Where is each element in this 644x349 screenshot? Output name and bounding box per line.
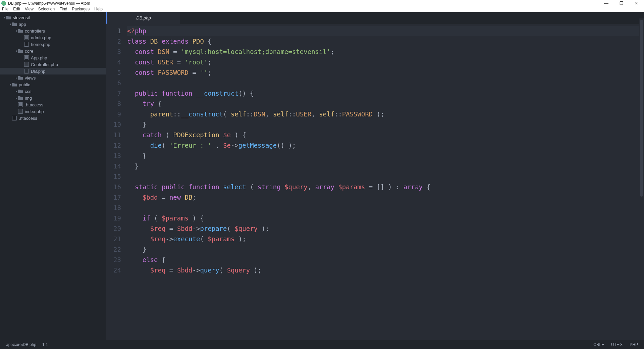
code-line[interactable]: static public function select ( string $…: [127, 182, 644, 192]
folder-icon: [18, 29, 23, 33]
code-line[interactable]: }: [127, 161, 644, 171]
file-icon: [12, 116, 17, 120]
code-editor[interactable]: 123456789101112131415161718192021222324 …: [106, 24, 644, 340]
code-line[interactable]: <?php: [127, 26, 644, 36]
code-line[interactable]: }: [127, 119, 644, 130]
chevron-right-icon[interactable]: ▸: [15, 96, 18, 100]
chevron-right-icon[interactable]: ▸: [15, 90, 18, 93]
menu-view[interactable]: View: [25, 7, 34, 11]
menu-find[interactable]: Find: [59, 7, 67, 11]
file-icon: [24, 62, 29, 67]
code-line[interactable]: catch ( PDOException $e ) {: [127, 130, 644, 140]
code-line[interactable]: $bdd = new DB;: [127, 192, 644, 203]
tree-file-Controller-php[interactable]: Controller.php: [0, 61, 106, 68]
tree-item-label: core: [25, 49, 33, 54]
tree-item-label: stevensil: [13, 15, 30, 20]
file-icon: [24, 55, 29, 60]
menu-edit[interactable]: Edit: [13, 7, 20, 11]
tree-file-home-php[interactable]: home.php: [0, 41, 106, 48]
code-line[interactable]: $req->execute( $params );: [127, 234, 644, 244]
tree-folder-core[interactable]: ▾core: [0, 48, 106, 54]
scrollbar-thumb[interactable]: [640, 20, 643, 197]
chevron-down-icon[interactable]: ▾: [9, 22, 12, 26]
folder-icon: [18, 96, 23, 100]
chevron-down-icon[interactable]: ▾: [15, 29, 18, 33]
editor-pane: DB.php 123456789101112131415161718192021…: [106, 12, 644, 340]
menu-packages[interactable]: Packages: [72, 7, 90, 11]
code-line[interactable]: $req = $bdd->prepare( $query );: [127, 223, 644, 234]
tree-item-label: .htaccess: [25, 102, 43, 107]
status-language[interactable]: PHP: [630, 342, 638, 347]
tree-file--htaccess[interactable]: .htaccess: [0, 115, 106, 121]
chevron-right-icon[interactable]: ▸: [15, 76, 18, 80]
editor-scrollbar[interactable]: [639, 18, 644, 340]
code-line[interactable]: const DSN = 'mysql:host=localhost;dbname…: [127, 47, 644, 57]
tree-folder-controllers[interactable]: ▾controllers: [0, 28, 106, 34]
code-line[interactable]: $req = $bdd->query( $query );: [127, 265, 644, 276]
menu-selection[interactable]: Selection: [38, 7, 55, 11]
code-line[interactable]: [127, 78, 644, 88]
tree-folder-css[interactable]: ▸css: [0, 88, 106, 95]
tree-folder-app[interactable]: ▾app: [0, 21, 106, 28]
code-line[interactable]: const PASSWORD = '';: [127, 67, 644, 78]
tab-bar[interactable]: DB.php: [106, 12, 644, 24]
line-number: 9: [106, 109, 121, 119]
tree-item-label: views: [25, 76, 36, 81]
tree-folder-public[interactable]: ▾public: [0, 81, 106, 88]
code-line[interactable]: class DB extends PDO {: [127, 36, 644, 47]
folder-icon: [18, 76, 23, 80]
chevron-down-icon[interactable]: ▾: [9, 83, 12, 86]
tree-folder-views[interactable]: ▸views: [0, 74, 106, 81]
maximize-button[interactable]: ❐: [614, 1, 629, 6]
menu-file[interactable]: File: [2, 7, 8, 11]
minimize-button[interactable]: —: [599, 1, 614, 6]
status-bar: app\core\DB.php 1:1 CRLF UTF-8 PHP: [0, 340, 644, 349]
close-button[interactable]: ✕: [629, 1, 644, 6]
project-tree[interactable]: ▾stevensil▾app▾controllersadmin.phphome.…: [0, 12, 106, 340]
status-cursor-pos[interactable]: 1:1: [42, 342, 48, 347]
status-line-ending[interactable]: CRLF: [593, 342, 604, 347]
line-gutter: 123456789101112131415161718192021222324: [106, 24, 127, 340]
line-number: 18: [106, 203, 121, 213]
menu-help[interactable]: Help: [94, 7, 103, 11]
tree-folder-img[interactable]: ▸img: [0, 95, 106, 101]
tree-item-label: css: [25, 89, 32, 94]
tree-item-label: index.php: [25, 109, 44, 114]
window-titlebar: DB.php — C:\wamp64\www\stevensil — Atom …: [0, 0, 644, 6]
tree-file-index-php[interactable]: index.php: [0, 108, 106, 115]
code-line[interactable]: }: [127, 244, 644, 255]
tree-item-label: public: [19, 82, 30, 87]
tree-file-App-php[interactable]: App.php: [0, 54, 106, 61]
status-file-path[interactable]: app\core\DB.php: [6, 342, 36, 347]
line-number: 10: [106, 119, 121, 130]
tree-file-DB-php[interactable]: DB.php: [0, 68, 106, 74]
chevron-down-icon[interactable]: ▾: [3, 16, 6, 19]
code-line[interactable]: if ( $params ) {: [127, 213, 644, 223]
code-line[interactable]: else {: [127, 255, 644, 265]
tree-item-label: Controller.php: [31, 62, 58, 67]
code-line[interactable]: [127, 171, 644, 182]
code-line[interactable]: }: [127, 151, 644, 161]
code-line[interactable]: parent::__construct( self::DSN, self::US…: [127, 109, 644, 119]
tree-file--htaccess[interactable]: .htaccess: [0, 101, 106, 108]
status-encoding[interactable]: UTF-8: [611, 342, 623, 347]
chevron-down-icon[interactable]: ▾: [15, 49, 18, 53]
tree-file-admin-php[interactable]: admin.php: [0, 34, 106, 41]
code-line[interactable]: [127, 203, 644, 213]
line-number: 4: [106, 57, 121, 67]
tree-folder-stevensil[interactable]: ▾stevensil: [0, 14, 106, 21]
line-number: 16: [106, 182, 121, 192]
tab-db-php[interactable]: DB.php: [106, 12, 180, 24]
tree-item-label: app: [19, 22, 26, 27]
code-content[interactable]: <?phpclass DB extends PDO { const DSN = …: [127, 24, 644, 340]
window-title: DB.php — C:\wamp64\www\stevensil — Atom: [8, 1, 90, 6]
folder-icon: [18, 49, 23, 53]
line-number: 7: [106, 88, 121, 99]
code-line[interactable]: try {: [127, 99, 644, 109]
code-line[interactable]: die( 'Erreur : ' . $e->getMessage() );: [127, 140, 644, 151]
tree-item-label: .htaccess: [19, 116, 37, 121]
menu-bar: FileEditViewSelectionFindPackagesHelp: [0, 6, 644, 12]
code-line[interactable]: public function __construct() {: [127, 88, 644, 99]
code-line[interactable]: const USER = 'root';: [127, 57, 644, 67]
folder-icon: [12, 82, 17, 87]
